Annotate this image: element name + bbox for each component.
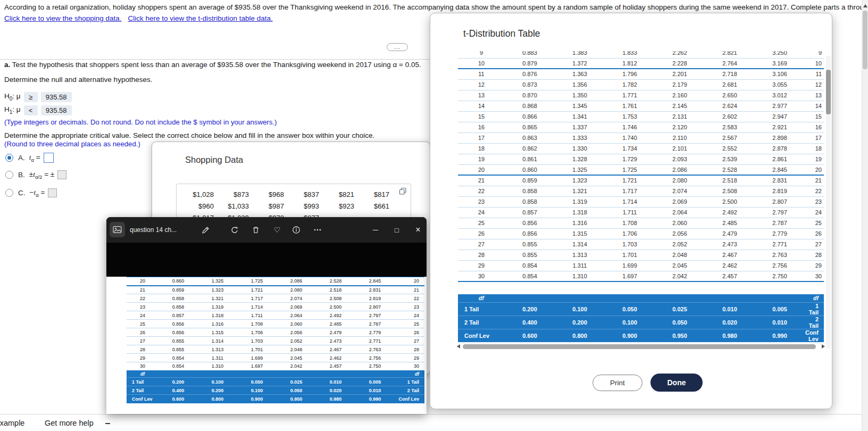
scroll-right-arrow[interactable] <box>822 344 825 349</box>
table-cell: 13 <box>805 90 824 101</box>
page-scrollbar[interactable] <box>862 0 868 431</box>
table-cell: 2.056 <box>277 328 316 337</box>
table-row: 160.8651.3371.7462.1202.5832.92116 <box>458 122 824 132</box>
table-cell: 1.812 <box>605 58 655 69</box>
table-cell: 22 <box>395 294 424 303</box>
table-cell: 0.879 <box>505 58 555 69</box>
table-cell: 0.100 <box>237 386 277 395</box>
table-cell: 1.721 <box>237 286 277 294</box>
table-cell: 2.457 <box>316 362 355 371</box>
h0-row: H0: μ ≥ 935.58 <box>4 91 72 103</box>
table-cell: 2.977 <box>755 101 805 111</box>
table-cell: 1.310 <box>555 271 605 281</box>
h1-operator-box[interactable]: < <box>24 105 38 115</box>
table-cell: 1.314 <box>198 337 237 345</box>
delete-icon[interactable] <box>249 224 262 236</box>
table-row: 200.8601.3251.7252.0862.5282.84520 <box>458 164 824 175</box>
table-cell: $960 <box>179 200 214 212</box>
table-cell: 0.883 <box>505 51 555 58</box>
minimize-icon[interactable]: ─ <box>369 224 382 236</box>
table-cell: 2.467 <box>705 250 755 260</box>
table-cell: 2.750 <box>755 271 805 281</box>
table-cell: 1 Tail <box>805 302 824 316</box>
table-cell: 1.711 <box>605 207 655 218</box>
scroll-up-arrow[interactable] <box>863 4 867 7</box>
table-cell: 2.492 <box>705 207 755 218</box>
table-cell: 1.711 <box>237 311 277 320</box>
favorite-icon[interactable]: ♡ <box>271 224 283 236</box>
table-row: 250.8561.3161.7082.0602.4852.78725 <box>458 218 824 228</box>
table-row: 180.8621.3301.7342.1012.5522.87818 <box>458 143 824 154</box>
table-cell: 2.120 <box>655 122 705 132</box>
edit-markup-icon[interactable] <box>199 224 212 236</box>
h0-operator-box[interactable]: ≥ <box>24 92 38 102</box>
question-options-button[interactable]: ... <box>387 43 408 51</box>
table-cell: 1.729 <box>605 154 655 164</box>
table-cell: 30 <box>395 362 424 371</box>
table-cell: 2.528 <box>316 277 355 286</box>
table-cell: 2.074 <box>655 186 705 196</box>
table-cell: 2.508 <box>705 186 755 196</box>
table-cell: 0.858 <box>158 294 198 303</box>
copy-icon[interactable] <box>399 187 407 197</box>
choice-b-formula: ±tα/2 = ± <box>29 170 54 180</box>
close-icon[interactable]: × <box>412 224 424 236</box>
info-icon[interactable] <box>290 224 303 236</box>
table-cell: 1.796 <box>605 69 655 79</box>
shopping-data-link[interactable]: Click here to view the shopping data. <box>4 14 122 22</box>
h0-value-box[interactable]: 935.58 <box>41 92 72 102</box>
get-more-help-link[interactable]: Get more help <box>45 419 94 427</box>
table-cell: 1.372 <box>555 58 605 69</box>
table-cell: 1.315 <box>555 228 605 239</box>
table-cell: 0.600 <box>505 329 555 342</box>
table-cell: 29 <box>395 354 424 362</box>
print-button[interactable]: Print <box>592 375 642 391</box>
more-icon[interactable] <box>311 224 324 236</box>
scroll-left-arrow[interactable] <box>457 344 460 349</box>
table-cell: 16 <box>805 122 824 132</box>
table-cell: 0.010 <box>755 316 805 329</box>
dialog-vertical-scrollbar[interactable] <box>826 56 831 349</box>
choice-a-answer-box[interactable] <box>44 153 54 163</box>
table-cell: 2.624 <box>705 101 755 111</box>
h1-value-box[interactable]: 935.58 <box>41 105 72 115</box>
choice-c-answer-box[interactable] <box>48 188 57 197</box>
table-cell: 2.064 <box>655 207 705 218</box>
done-button[interactable]: Done <box>650 374 703 392</box>
horizontal-scroll-thumb[interactable] <box>463 344 816 349</box>
horizontal-scroll-track[interactable] <box>462 344 820 350</box>
table-row: 2 Tail0.4000.2000.1000.0500.0200.0102 Ta… <box>127 386 424 395</box>
table-cell: 0.010 <box>316 378 355 386</box>
table-cell: 1.310 <box>198 362 237 371</box>
table-cell: 2.831 <box>755 175 805 186</box>
page-scroll-thumb[interactable] <box>863 11 867 69</box>
horizontal-scrollbar[interactable] <box>457 343 825 350</box>
vertical-scroll-thumb[interactable] <box>826 70 831 114</box>
table-cell: 20 <box>395 277 424 286</box>
bottom-toolbar: Example Get more help <box>0 414 868 431</box>
example-button[interactable]: Example <box>0 419 24 427</box>
table-cell: 29 <box>127 354 158 362</box>
table-cell: 0.860 <box>505 164 555 175</box>
table-cell: 2.160 <box>655 90 705 101</box>
table-cell: $968 <box>249 188 284 200</box>
table-cell: 18 <box>458 143 505 154</box>
rotate-icon[interactable] <box>228 224 241 236</box>
table-cell: 0.020 <box>316 386 355 395</box>
tdist-table-link[interactable]: Click here to view the t-distribution ta… <box>128 14 272 22</box>
choice-a-radio[interactable] <box>5 154 13 162</box>
table-cell: 2.479 <box>316 328 355 337</box>
table-row: 270.8551.3141.7032.0522.4732.77127 <box>458 239 824 250</box>
table-cell: 2.086 <box>277 277 316 286</box>
maximize-icon[interactable]: □ <box>390 224 403 236</box>
choice-b-answer-box[interactable] <box>57 170 66 179</box>
table-cell: 2.064 <box>277 311 316 320</box>
photo-ttable-body: 200.8601.3251.7252.0862.5282.84520210.85… <box>127 277 424 371</box>
choice-c-radio[interactable] <box>5 189 13 197</box>
table-cell: 1.717 <box>237 294 277 303</box>
table-cell: 1.725 <box>237 277 277 286</box>
choice-b-radio[interactable] <box>5 171 13 179</box>
table-cell: 2.228 <box>655 58 705 69</box>
table-cell: 1.706 <box>605 228 655 239</box>
df-label: df <box>458 294 505 302</box>
